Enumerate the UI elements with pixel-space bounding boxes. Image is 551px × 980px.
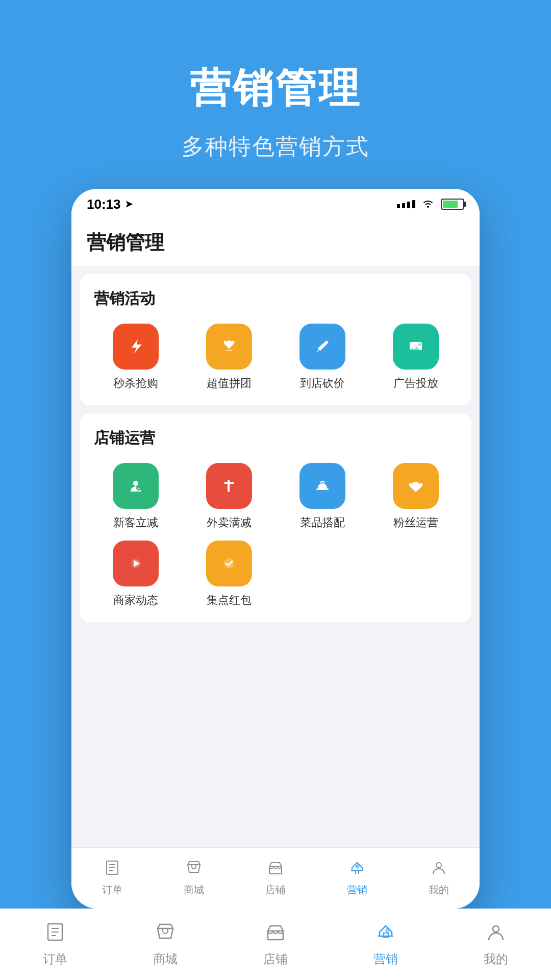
in-store-discount-item[interactable]: 到店砍价	[281, 324, 364, 391]
svg-rect-12	[228, 480, 230, 492]
outer-nav-shop[interactable]: 商城	[110, 922, 220, 967]
outer-mine-label: 我的	[484, 951, 508, 967]
dish-combo-label: 菜品搭配	[300, 515, 345, 530]
signal-icon	[397, 200, 415, 208]
content-spacer	[80, 630, 471, 783]
flash-sale-item[interactable]: 秒杀抢购	[94, 324, 177, 391]
svg-point-8	[133, 481, 138, 486]
outer-bottom-nav: 订单 商城 店铺	[0, 909, 551, 980]
group-buy-icon-bg	[206, 324, 252, 370]
svg-text:+: +	[137, 486, 140, 491]
hero-subtitle: 多种特色营销方式	[0, 132, 551, 162]
delivery-discount-label: 外卖满减	[207, 515, 252, 530]
outer-mine-icon	[486, 922, 506, 947]
svg-point-6	[418, 343, 421, 346]
svg-point-2	[228, 345, 231, 348]
svg-rect-15	[316, 488, 329, 490]
store-icon	[267, 860, 284, 880]
marketing-label: 营销	[347, 883, 367, 897]
orders-label: 订单	[102, 883, 122, 897]
outer-shop-label: 商城	[153, 951, 178, 967]
outer-nav-marketing[interactable]: 营销	[331, 922, 441, 967]
svg-rect-31	[268, 931, 283, 940]
dish-combo-icon-bg	[299, 463, 345, 509]
outer-store-icon	[265, 922, 286, 947]
outer-store-label: 店铺	[263, 951, 288, 967]
merchant-news-label: 商家动态	[113, 593, 158, 608]
marketing-activities-card: 营销活动 秒杀抢购	[80, 274, 471, 405]
shop-label: 商城	[184, 883, 204, 897]
new-customer-discount-item[interactable]: + 新客立减	[94, 463, 177, 530]
wifi-icon	[421, 198, 435, 211]
status-bar: 10:13 ➤	[71, 189, 480, 219]
orders-icon	[104, 860, 120, 880]
bottom-nav: 订单 商城 店铺	[71, 847, 480, 909]
store-operations-card: 店铺运营 + 新客立减	[80, 413, 471, 622]
nav-item-marketing[interactable]: 营销	[316, 860, 398, 897]
status-icons	[397, 198, 464, 211]
ad-placement-item[interactable]: 广告投放	[374, 324, 457, 391]
delivery-discount-icon-bg	[206, 463, 252, 509]
marketing-activities-grid: 秒杀抢购 超值拼团	[94, 324, 457, 391]
group-buy-label: 超值拼团	[207, 376, 252, 391]
in-store-discount-label: 到店砍价	[300, 376, 345, 391]
battery-icon	[441, 199, 464, 210]
nav-item-mine[interactable]: 我的	[398, 860, 480, 897]
shop-icon	[186, 860, 202, 880]
fan-operation-item[interactable]: 粉丝运营	[374, 463, 457, 530]
nav-item-store[interactable]: 店铺	[235, 860, 316, 897]
page-content[interactable]: 营销活动 秒杀抢购	[71, 266, 480, 847]
points-red-packet-icon-bg	[206, 541, 252, 586]
grid-spacer	[281, 541, 364, 608]
outer-nav-store[interactable]: 店铺	[220, 922, 331, 967]
delivery-discount-item[interactable]: 外卖满减	[187, 463, 270, 530]
points-red-packet-label: 集点红包	[207, 593, 252, 608]
phone-mockup: 10:13 ➤ 营销管理 营销活动	[71, 189, 480, 909]
new-customer-icon-bg: +	[113, 463, 159, 509]
location-arrow-icon: ➤	[125, 199, 133, 210]
outer-shop-icon	[155, 922, 176, 947]
store-operations-grid-row2: 商家动态 集点红包	[94, 541, 457, 608]
outer-marketing-icon	[375, 922, 396, 947]
nav-item-orders[interactable]: 订单	[71, 860, 153, 897]
svg-point-26	[436, 863, 441, 868]
in-store-discount-icon-bg	[299, 324, 345, 370]
grid-spacer	[374, 541, 457, 608]
status-time: 10:13 ➤	[87, 197, 133, 212]
flash-sale-label: 秒杀抢购	[113, 376, 158, 391]
store-operations-title: 店铺运营	[94, 428, 457, 449]
fan-operation-label: 粉丝运营	[393, 515, 438, 530]
store-operations-grid-row1: + 新客立减 外卖满减	[94, 463, 457, 530]
fan-operation-icon-bg	[393, 463, 439, 509]
outer-marketing-label: 营销	[373, 951, 398, 967]
nav-item-shop[interactable]: 商城	[153, 860, 235, 897]
outer-orders-icon	[45, 922, 65, 947]
ad-placement-label: 广告投放	[393, 376, 438, 391]
page-title: 营销管理	[87, 230, 464, 256]
svg-rect-25	[269, 867, 282, 874]
hero-section: 营销管理 多种特色营销方式	[0, 61, 551, 162]
outer-nav-mine[interactable]: 我的	[441, 922, 551, 967]
outer-orders-label: 订单	[43, 951, 67, 967]
points-red-packet-item[interactable]: 集点红包	[187, 541, 270, 608]
marketing-activities-title: 营销活动	[94, 288, 457, 309]
dish-combo-item[interactable]: 菜品搭配	[281, 463, 364, 530]
group-buy-item[interactable]: 超值拼团	[187, 324, 270, 391]
hero-title: 营销管理	[0, 61, 551, 116]
store-label: 店铺	[265, 883, 286, 897]
outer-nav-orders[interactable]: 订单	[0, 922, 110, 967]
flash-sale-icon-bg	[113, 324, 159, 370]
svg-point-34	[493, 926, 499, 932]
marketing-icon	[349, 860, 365, 880]
ad-placement-icon-bg	[393, 324, 439, 370]
mine-label: 我的	[429, 883, 449, 897]
page-header: 营销管理	[71, 219, 480, 266]
mine-icon	[431, 860, 447, 880]
merchant-news-icon-bg	[113, 541, 159, 586]
merchant-news-item[interactable]: 商家动态	[94, 541, 177, 608]
new-customer-label: 新客立减	[113, 515, 158, 530]
svg-rect-13	[224, 482, 234, 484]
